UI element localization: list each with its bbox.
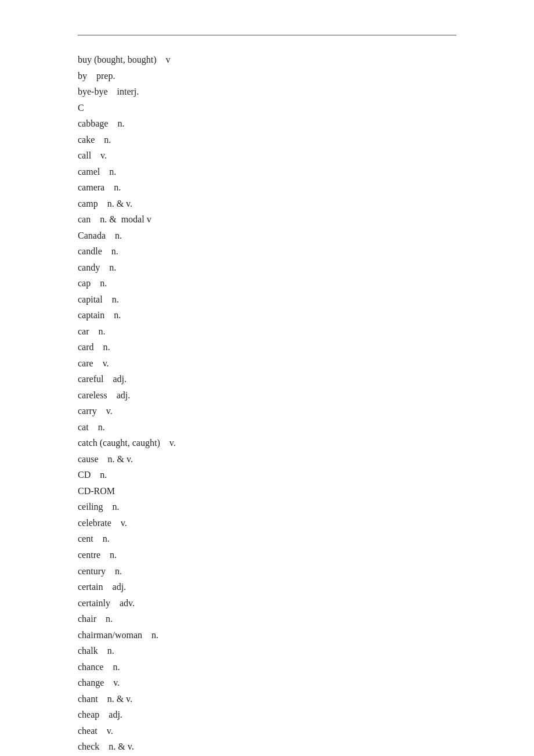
list-item: celebrate v.	[78, 515, 456, 531]
list-item: candle n.	[78, 243, 456, 260]
list-item: chant n. & v.	[78, 691, 456, 707]
list-item: captain n.	[78, 307, 456, 323]
list-item: careless adj.	[78, 387, 456, 404]
list-item: call v.	[78, 147, 456, 164]
list-item: certainly adv.	[78, 595, 456, 611]
list-item: chairman/woman n.	[78, 627, 456, 643]
list-item: cabbage n.	[78, 116, 456, 132]
list-item: cheat v.	[78, 723, 456, 739]
word-list: buy (bought, bought) vby prep.bye-bye in…	[78, 52, 456, 755]
page-divider	[78, 35, 456, 35]
list-item: buy (bought, bought) v	[78, 52, 456, 68]
list-item: cause n. & v.	[78, 451, 456, 467]
list-item: camp n. & v.	[78, 196, 456, 212]
list-item: certain adj.	[78, 579, 456, 595]
list-item: can n. & modal v	[78, 211, 456, 228]
list-item: chance n.	[78, 659, 456, 675]
list-item: ceiling n.	[78, 499, 456, 515]
list-item: card n.	[78, 339, 456, 355]
list-item: careful adj.	[78, 371, 456, 387]
list-item: catch (caught, caught) v.	[78, 435, 456, 451]
list-item: capital n.	[78, 291, 456, 308]
list-item: cake n.	[78, 132, 456, 148]
list-item: change v.	[78, 675, 456, 691]
list-item: bye-bye interj.	[78, 84, 456, 100]
list-item: century n.	[78, 563, 456, 579]
list-item: CD-ROM	[78, 483, 456, 499]
list-item: cap n.	[78, 275, 456, 291]
list-item: carry v.	[78, 403, 456, 419]
list-item: camera n.	[78, 179, 456, 196]
list-item: care v.	[78, 355, 456, 372]
list-item: camel n.	[78, 164, 456, 180]
list-item: centre n.	[78, 547, 456, 563]
list-item: candy n.	[78, 260, 456, 276]
list-item: car n.	[78, 323, 456, 340]
list-item: C	[78, 100, 456, 116]
list-item: cat n.	[78, 419, 456, 435]
list-item: CD n.	[78, 467, 456, 483]
list-item: Canada n.	[78, 228, 456, 244]
list-item: cent n.	[78, 531, 456, 547]
list-item: by prep.	[78, 68, 456, 84]
list-item: cheap adj.	[78, 707, 456, 723]
list-item: check n. & v.	[78, 739, 456, 755]
list-item: chalk n.	[78, 643, 456, 659]
list-item: chair n.	[78, 611, 456, 627]
